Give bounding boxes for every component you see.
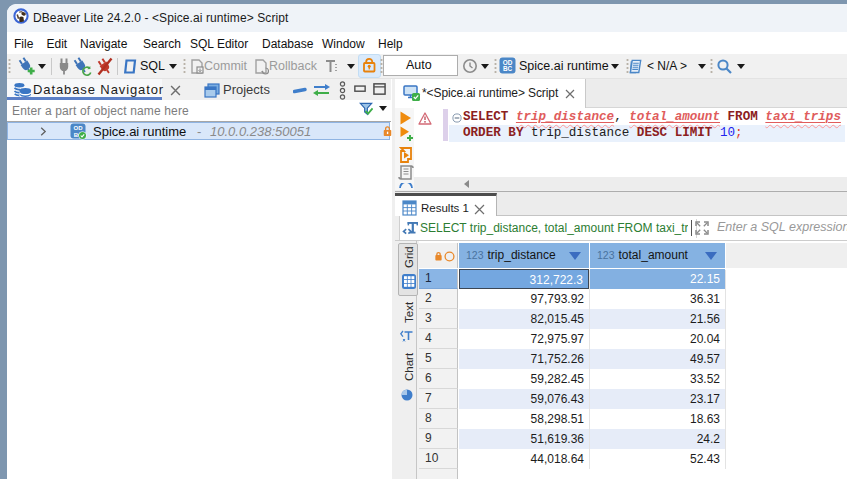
svg-text:OD: OD <box>74 125 84 131</box>
svg-text:BC: BC <box>503 65 513 72</box>
